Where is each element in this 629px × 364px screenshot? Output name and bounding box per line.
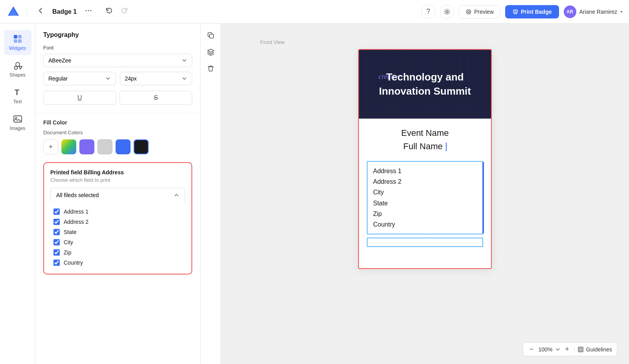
icon-sidebar: Widgets Shapes T Text Images: [0, 24, 35, 364]
view-label: Front View: [260, 39, 285, 45]
guidelines-button[interactable]: Guidelines: [578, 346, 612, 353]
printed-field-title: Printed field Billing Address: [50, 169, 185, 176]
checkbox-city-input[interactable]: [53, 239, 60, 245]
print-badge-button[interactable]: Print Badge: [505, 5, 559, 18]
zoom-bar: − 100% + Guidelines: [523, 342, 617, 356]
preview-button[interactable]: Preview: [459, 5, 500, 18]
sidebar-item-text-label: Text: [13, 99, 22, 104]
typography-title: Typography: [43, 31, 192, 38]
badge-zip: Zip: [373, 209, 477, 219]
zoom-in-button[interactable]: +: [563, 345, 571, 353]
more-options-button[interactable]: [81, 5, 96, 18]
svg-point-3: [88, 10, 89, 11]
badge-bottom-bar: [367, 238, 483, 247]
props-divider: [35, 113, 200, 113]
gradient-swatch[interactable]: [61, 139, 76, 154]
print-label: Print Badge: [521, 9, 552, 15]
checkbox-list: Address 1 Address 2 State City Zip: [50, 207, 185, 267]
help-button[interactable]: ?: [421, 5, 435, 19]
font-family-select[interactable]: ABeeZee: [43, 54, 192, 67]
settings-button[interactable]: [440, 5, 454, 19]
strikethrough-button[interactable]: S: [120, 91, 193, 105]
black-swatch[interactable]: [134, 139, 149, 154]
svg-rect-9: [14, 35, 17, 38]
checkbox-city-label: City: [64, 239, 73, 245]
checkbox-zip-label: Zip: [64, 249, 71, 256]
svg-point-6: [467, 9, 471, 14]
svg-rect-22: [578, 347, 583, 352]
badge-header: creative Technology andInnovation Summit: [359, 50, 491, 119]
badge-country: Country: [373, 219, 477, 230]
checkbox-address2-label: Address 2: [64, 219, 88, 225]
dropdown-value: All fileds selected: [56, 192, 99, 198]
svg-point-7: [468, 11, 470, 13]
font-size-select[interactable]: 24px: [120, 72, 193, 85]
fields-dropdown[interactable]: All fileds selected: [50, 188, 185, 202]
checkbox-address1[interactable]: Address 1: [53, 209, 184, 215]
blue-swatch[interactable]: [116, 139, 131, 154]
printed-field-box: Printed field Billing Address Choose whi…: [43, 162, 192, 274]
sidebar-item-text[interactable]: T Text: [4, 83, 31, 108]
undo-button[interactable]: [102, 5, 116, 18]
svg-point-2: [86, 10, 87, 11]
topbar-divider: [27, 6, 27, 17]
font-size-value: 24px: [125, 75, 137, 82]
sidebar-item-images-label: Images: [10, 126, 25, 131]
preview-label: Preview: [474, 9, 494, 15]
zoom-out-button[interactable]: −: [528, 345, 535, 353]
svg-marker-15: [19, 66, 22, 69]
badge-full-name: Full Name: [367, 141, 483, 152]
redo-button[interactable]: [118, 5, 132, 18]
topbar: Badge 1 ? Preview Print Badge AR Ariane …: [0, 0, 629, 24]
svg-rect-19: [210, 34, 213, 38]
badge-body: Event Name Full Name Address 1 Address 2…: [359, 119, 491, 256]
checkbox-state-input[interactable]: [53, 229, 60, 235]
svg-text:T: T: [15, 88, 19, 97]
checkbox-state[interactable]: State: [53, 229, 184, 235]
checkbox-state-label: State: [64, 229, 77, 235]
checkbox-zip-input[interactable]: [53, 249, 60, 256]
font-style-value: Regular: [48, 75, 68, 82]
color-swatches: +: [43, 139, 192, 154]
checkbox-country-input[interactable]: [53, 260, 60, 266]
doc-colors-label: Document Colors: [43, 130, 192, 135]
purple-swatch[interactable]: [79, 139, 94, 154]
svg-rect-11: [14, 39, 17, 43]
user-name: Ariane Ramirez: [579, 9, 617, 15]
sidebar-item-shapes[interactable]: Shapes: [4, 57, 31, 82]
badge-city: City: [373, 187, 477, 198]
badge-event-name: Event Name: [367, 128, 483, 138]
strikethrough-label: S: [154, 94, 158, 101]
font-style-select[interactable]: Regular: [43, 72, 116, 85]
svg-rect-14: [15, 66, 17, 69]
checkbox-city[interactable]: City: [53, 239, 184, 245]
main-layout: Widgets Shapes T Text Images: [0, 24, 629, 364]
badge-card[interactable]: creative Technology andInnovation Summit…: [358, 49, 492, 269]
checkbox-country[interactable]: Country: [53, 260, 184, 266]
checkbox-address2[interactable]: Address 2: [53, 219, 184, 225]
badge-address-section[interactable]: Address 1 Address 2 City State Zip Count…: [367, 161, 483, 234]
text-cursor: [446, 143, 447, 151]
checkbox-address2-input[interactable]: [53, 219, 60, 225]
checkbox-address1-input[interactable]: [53, 209, 60, 215]
checkbox-country-label: Country: [64, 260, 83, 266]
copy-tool-button[interactable]: [204, 28, 218, 42]
user-menu[interactable]: AR Ariane Ramirez ▾: [564, 5, 623, 18]
badge-full-name-text: Full Name: [403, 141, 443, 151]
add-color-swatch[interactable]: +: [43, 139, 58, 154]
history-controls: [102, 5, 132, 18]
badge-address-right-bar: [482, 162, 484, 234]
delete-tool-button[interactable]: [204, 61, 218, 75]
gray-swatch[interactable]: [97, 139, 112, 154]
svg-rect-10: [18, 35, 22, 38]
back-button[interactable]: [33, 5, 48, 18]
props-panel: Typography Font ABeeZee Regular 24px U: [35, 24, 200, 364]
underline-button[interactable]: U: [43, 91, 116, 105]
badge-state: State: [373, 198, 477, 209]
fill-color-title: Fill Color: [43, 119, 192, 126]
underline-label: U: [77, 94, 82, 101]
sidebar-item-images[interactable]: Images: [4, 110, 31, 135]
layers-tool-button[interactable]: [204, 45, 218, 59]
checkbox-zip[interactable]: Zip: [53, 249, 184, 256]
sidebar-item-widgets[interactable]: Widgets: [4, 30, 31, 55]
